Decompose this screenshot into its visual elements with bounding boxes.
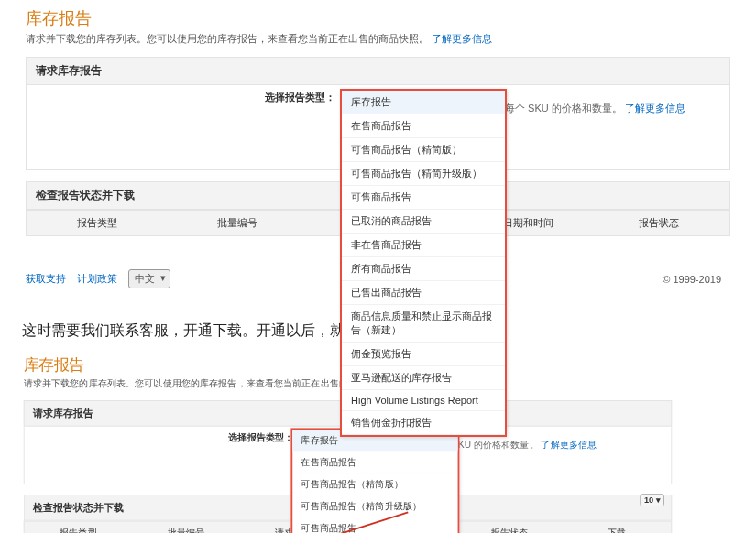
col-batch-id: 批量编号	[132, 527, 240, 533]
dropdown-option[interactable]: 可售商品报告	[342, 186, 505, 210]
request-report-header: 请求库存报告	[26, 57, 730, 85]
col-report-status: 报告状态	[455, 527, 564, 533]
col-batch-id: 批量编号	[167, 216, 307, 230]
screenshot-1: 库存报告 请求并下载您的库存列表。您可以使用您的库存报告，来查看您当前正在出售的…	[0, 0, 756, 301]
page-title: 库存报告	[26, 7, 730, 29]
dropdown-option[interactable]: High Volume Listings Report	[342, 390, 505, 411]
page-size-select[interactable]: 10 ▾	[640, 494, 664, 506]
dropdown-option[interactable]: 可售商品报告（精简版）	[342, 138, 505, 162]
dropdown-option[interactable]: 商品信息质量和禁止显示商品报告（新建）	[342, 305, 505, 343]
page-description: 请求并下载您的库存列表。您可以使用您的库存报告，来查看您当前正在出售的商品快照。…	[26, 32, 730, 46]
sku-learn-more-link[interactable]: 了解更多信息	[625, 103, 685, 114]
dropdown-option[interactable]: 可售商品报告	[292, 517, 457, 533]
dropdown-option[interactable]: 已取消的商品报告	[342, 210, 505, 234]
dropdown-option[interactable]: 可售商品报告（精简升级版）	[292, 495, 457, 517]
report-type-dropdown[interactable]: 库存报告 在售商品报告 可售商品报告（精简版） 可售商品报告（精简升级版） 可售…	[290, 428, 459, 533]
dropdown-option[interactable]: 非在售商品报告	[342, 234, 505, 257]
status-section-title: 检查报告状态并下载	[33, 501, 124, 513]
dropdown-option[interactable]: 佣金预览报告	[342, 343, 505, 366]
dropdown-option[interactable]: 库存报告	[342, 91, 505, 114]
get-support-link[interactable]: 获取支持	[26, 272, 66, 286]
dropdown-option[interactable]: 已售出商品报告	[342, 281, 505, 305]
copyright-text: © 1999-2019	[663, 274, 721, 285]
dropdown-option[interactable]: 所有商品报告	[342, 257, 505, 281]
dropdown-option[interactable]: 亚马逊配送的库存报告	[342, 366, 505, 390]
sku-note: 包括每个 SKU 的价格和数量。 了解更多信息	[485, 102, 685, 115]
col-download: 下载	[564, 527, 672, 533]
footer-left: 获取支持 计划政策 中文	[26, 269, 170, 288]
request-report-area: 选择报告类型： 包括每个 SKU 的价格和数量。 了解更多信息 库存报告 在售商…	[26, 85, 730, 170]
dropdown-option[interactable]: 可售商品报告（精简版）	[292, 473, 457, 495]
dropdown-option[interactable]: 在售商品报告	[292, 451, 457, 473]
select-report-type-label: 选择报告类型：	[228, 431, 293, 444]
description-text: 请求并下载您的库存列表。您可以使用您的库存报告，来查看您当前正在出售的商品快照。	[24, 378, 395, 388]
select-report-type-label: 选择报告类型：	[265, 91, 335, 104]
report-type-dropdown[interactable]: 库存报告 在售商品报告 可售商品报告（精简版） 可售商品报告（精简升级版） 可售…	[340, 89, 507, 437]
dropdown-option[interactable]: 可售商品报告（精简升级版）	[342, 162, 505, 186]
description-text: 请求并下载您的库存列表。您可以使用您的库存报告，来查看您当前正在出售的商品快照。	[26, 33, 429, 44]
plan-policy-link[interactable]: 计划政策	[77, 272, 117, 286]
dropdown-option[interactable]: 在售商品报告	[342, 114, 505, 138]
dropdown-option[interactable]: 销售佣金折扣报告	[342, 411, 505, 435]
col-report-type: 报告类型	[25, 527, 133, 533]
col-report-status: 报告状态	[589, 216, 729, 230]
col-report-type: 报告类型	[27, 216, 167, 230]
learn-more-link[interactable]: 了解更多信息	[432, 33, 492, 44]
language-select[interactable]: 中文	[128, 269, 170, 288]
sku-learn-more-link[interactable]: 了解更多信息	[541, 439, 597, 449]
